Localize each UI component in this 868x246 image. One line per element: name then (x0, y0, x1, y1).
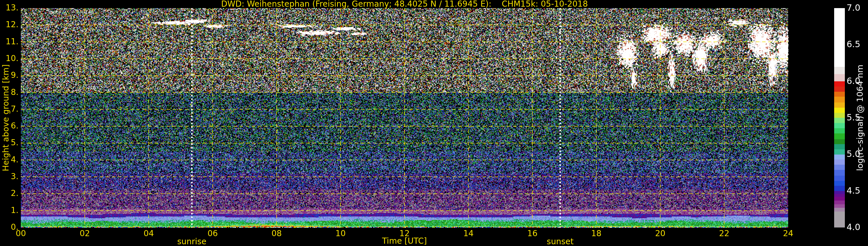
colorbar-tick-label: 6.0 (846, 76, 861, 86)
y-tick-label: 4. (0, 155, 19, 164)
ceilometer-quicklook: DWD: Weihenstephan (Freising, Germany; 4… (0, 0, 868, 246)
x-tick-label: 12 (392, 228, 417, 238)
x-tick-label: 08 (264, 228, 290, 238)
colorbar-tick-label: 5.0 (846, 149, 861, 159)
x-tick-label: 06 (199, 228, 226, 238)
x-tick-label: 14 (456, 228, 482, 238)
y-tick-label: 10. (0, 54, 19, 63)
y-tick-label: 1. (0, 206, 19, 215)
y-tick-label: 2. (0, 188, 19, 198)
x-tick-label: 22 (711, 228, 737, 238)
page-title: DWD: Weihenstephan (Freising, Germany; 4… (21, 0, 788, 9)
x-tick-label: 16 (519, 228, 546, 238)
x-tick-label: 24 (775, 228, 801, 238)
x-tick-label: 10 (328, 228, 353, 238)
y-tick-label: 11. (0, 37, 19, 46)
y-tick-label: 3. (0, 172, 19, 181)
y-tick-label: 9. (0, 70, 19, 80)
y-tick-label: 0. (0, 222, 19, 232)
colorbar-tick-label: 5.5 (846, 112, 861, 122)
y-tick-label: 8. (0, 87, 19, 97)
colorbar-tick-label: 4.5 (846, 186, 861, 196)
colorbar-tick-label: 6.5 (846, 39, 861, 49)
x-tick-label: 04 (136, 228, 162, 238)
y-tick-label: 12. (0, 20, 19, 29)
y-tick-label: 6. (0, 121, 19, 130)
x-tick-label: 18 (583, 228, 609, 238)
y-tick-label: 13. (0, 3, 19, 12)
colorbar-tick-label: 7.0 (846, 3, 861, 13)
y-tick-label: 5. (0, 138, 19, 147)
plot-canvas (0, 0, 868, 246)
y-tick-label: 7. (0, 104, 19, 114)
colorbar-tick-label: 4.0 (846, 222, 861, 232)
x-tick-label: 02 (72, 228, 98, 238)
x-tick-label: 20 (647, 228, 673, 238)
